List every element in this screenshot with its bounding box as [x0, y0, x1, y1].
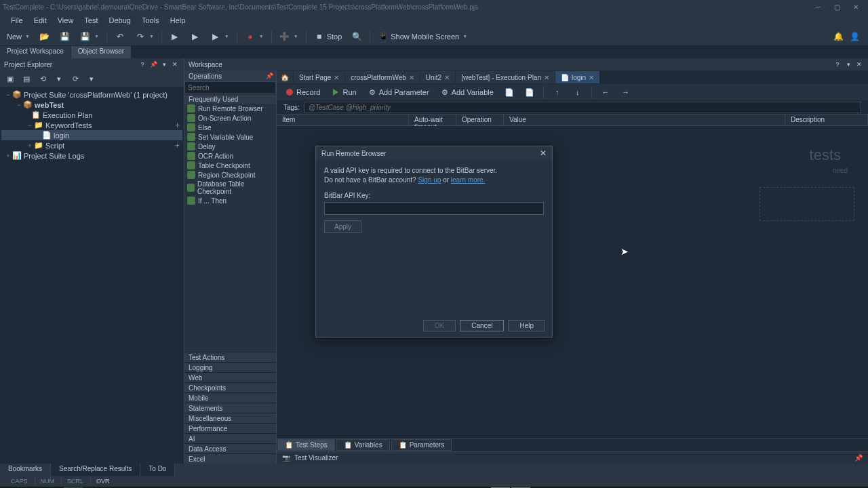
- action-button-1[interactable]: 📄: [500, 86, 518, 98]
- tree-execution-plan[interactable]: 📋 Execution Plan: [1, 110, 182, 120]
- add-icon[interactable]: +: [175, 141, 180, 150]
- minimize-button[interactable]: ─: [808, 1, 827, 13]
- menu-view[interactable]: View: [52, 15, 79, 26]
- tab-test-steps[interactable]: 📋Test Steps: [277, 439, 335, 451]
- tree-keyword-tests[interactable]: − 📁 KeywordTests +: [1, 120, 182, 130]
- add-parameter-button[interactable]: ⚙Add Parameter: [363, 86, 433, 98]
- apply-button[interactable]: Apply: [324, 220, 361, 233]
- menu-tools[interactable]: Tools: [136, 15, 165, 26]
- menu-file[interactable]: File: [5, 15, 28, 26]
- tree-login[interactable]: 📄 login: [1, 130, 182, 140]
- tab-home[interactable]: 🏠: [277, 71, 293, 83]
- col-item[interactable]: Item: [277, 115, 409, 125]
- tree-root[interactable]: − 📦 Project Suite 'crossPlatformWeb' (1 …: [1, 89, 182, 100]
- col-autowait[interactable]: Auto-wait timeout: [409, 115, 456, 125]
- move-up-button[interactable]: ↑: [549, 86, 566, 98]
- tags-input[interactable]: [304, 102, 861, 113]
- col-description[interactable]: Description: [785, 115, 868, 125]
- tab-project-workspace[interactable]: Project Workspace: [0, 46, 71, 58]
- menu-help[interactable]: Help: [165, 15, 191, 26]
- close-button[interactable]: ✕: [846, 1, 865, 13]
- close-icon[interactable]: ✕: [409, 74, 414, 81]
- collapse-button[interactable]: ▤: [19, 72, 34, 85]
- add-button[interactable]: ➕▼: [275, 28, 302, 45]
- record-button[interactable]: ●▼: [241, 28, 268, 45]
- mobile-button[interactable]: 📱Show Mobile Screen▼: [374, 28, 471, 45]
- signup-link[interactable]: Sign up: [418, 176, 441, 184]
- cat-logging[interactable]: Logging: [184, 362, 276, 372]
- help-icon[interactable]: ?: [138, 60, 147, 69]
- api-key-input[interactable]: [324, 202, 544, 215]
- add-icon[interactable]: +: [175, 121, 180, 130]
- cat-test-actions[interactable]: Test Actions: [184, 352, 276, 362]
- forward-button[interactable]: →: [617, 86, 635, 98]
- back-button[interactable]: ⟲: [35, 72, 50, 85]
- op-delay[interactable]: Delay: [184, 142, 276, 151]
- run-suite-button[interactable]: ▶▼: [206, 28, 233, 45]
- pin-icon[interactable]: 📌: [149, 60, 158, 69]
- tree-script[interactable]: + 📁 Script +: [1, 140, 182, 150]
- search-input[interactable]: [185, 84, 277, 92]
- expand-icon[interactable]: +: [4, 152, 12, 159]
- save-all-button[interactable]: 💾▼: [76, 28, 103, 45]
- new-button[interactable]: New▼: [3, 28, 34, 45]
- action-button-2[interactable]: 📄: [521, 86, 538, 98]
- op-else[interactable]: Else: [184, 123, 276, 132]
- run-project-button[interactable]: ▶: [165, 28, 184, 45]
- op-region-checkpoint[interactable]: Region Checkpoint: [184, 170, 276, 180]
- frequently-used-section[interactable]: Frequently Used: [184, 94, 276, 104]
- dropdown-icon[interactable]: ▾: [159, 60, 169, 69]
- cat-checkpoints[interactable]: Checkpoints: [184, 382, 276, 392]
- cancel-button[interactable]: Cancel: [460, 320, 504, 331]
- close-icon[interactable]: ✕: [170, 60, 180, 69]
- tab-search-replace[interactable]: Search/Replace Results: [51, 464, 140, 476]
- open-button[interactable]: 📂: [35, 28, 54, 45]
- close-icon[interactable]: ✕: [334, 74, 339, 81]
- back-button[interactable]: ←: [597, 86, 614, 98]
- collapse-icon[interactable]: −: [4, 92, 12, 98]
- tab-crossplatform[interactable]: crossPlatformWeb✕: [345, 71, 420, 83]
- tree-project[interactable]: − 📦 webTest: [1, 100, 182, 110]
- dropdown-icon[interactable]: ▾: [844, 60, 853, 69]
- tab-parameters[interactable]: 📋Parameters: [391, 439, 452, 451]
- learn-more-link[interactable]: learn more.: [451, 176, 486, 184]
- cat-misc[interactable]: Miscellaneous: [184, 413, 276, 423]
- cat-excel[interactable]: Excel: [184, 453, 276, 464]
- cat-statements[interactable]: Statements: [184, 403, 276, 413]
- forward-button[interactable]: ▾: [52, 72, 66, 85]
- move-down-button[interactable]: ↓: [569, 86, 587, 98]
- sync-button[interactable]: ⟳: [68, 72, 83, 85]
- pin-icon[interactable]: 📌: [854, 454, 863, 462]
- bell-icon[interactable]: 🔔: [833, 31, 844, 42]
- ok-button[interactable]: OK: [423, 320, 456, 331]
- op-ocr-action[interactable]: OCR Action: [184, 151, 276, 161]
- record-button[interactable]: Record: [281, 86, 324, 98]
- op-set-variable[interactable]: Set Variable Value: [184, 132, 276, 142]
- col-operation[interactable]: Operation: [456, 115, 504, 125]
- visualizer-bar[interactable]: 📷 Test Visualizer 📌: [277, 451, 868, 464]
- redo-button[interactable]: ↷▼: [131, 28, 158, 45]
- close-icon[interactable]: ✕: [444, 74, 450, 81]
- cat-mobile[interactable]: Mobile: [184, 392, 276, 403]
- op-db-table-checkpoint[interactable]: Database Table Checkpoint: [184, 180, 276, 196]
- operations-search[interactable]: 🔍: [184, 81, 276, 94]
- add-variable-button[interactable]: ⚙Add Variable: [436, 86, 498, 98]
- run-test-button[interactable]: ▶: [186, 28, 205, 45]
- close-icon[interactable]: ✕: [544, 74, 549, 81]
- tree-logs[interactable]: + 📊 Project Suite Logs: [1, 150, 182, 161]
- help-icon[interactable]: ?: [833, 60, 842, 69]
- menu-debug[interactable]: Debug: [104, 15, 136, 26]
- undo-button[interactable]: ↶: [111, 28, 130, 45]
- stop-button[interactable]: ■Stop: [310, 28, 347, 45]
- collapse-icon[interactable]: −: [15, 102, 23, 108]
- op-onscreen-action[interactable]: On-Screen Action: [184, 113, 276, 123]
- expand-button[interactable]: ▣: [3, 72, 18, 85]
- menu-test[interactable]: Test: [79, 15, 103, 26]
- collapse-icon[interactable]: −: [26, 122, 34, 129]
- user-icon[interactable]: 👤: [849, 31, 860, 42]
- cat-ai[interactable]: AI: [184, 433, 276, 443]
- maximize-button[interactable]: ▢: [827, 1, 846, 13]
- pin-icon[interactable]: 📌: [266, 73, 273, 79]
- tab-execution-plan[interactable]: [webTest] - Execution Plan✕: [456, 71, 555, 83]
- dialog-titlebar[interactable]: Run Remote Browser ✕: [316, 146, 552, 160]
